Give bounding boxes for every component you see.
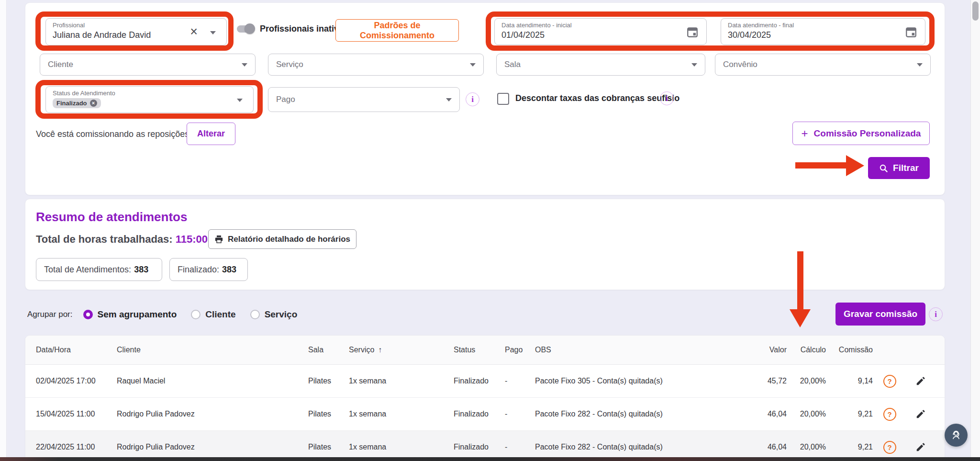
annotation-arrow-filter-head (846, 155, 864, 176)
custom-commission-button[interactable]: + Comissão Personalizada (792, 122, 930, 145)
change-button[interactable]: Alterar (187, 123, 235, 145)
clear-icon[interactable]: × (190, 25, 198, 38)
status-chip-label: Finalizado (56, 100, 87, 107)
cell-calc: 20,00% (787, 443, 826, 451)
cell-status: Finalizado (454, 443, 505, 451)
group-option-client[interactable]: Cliente (191, 309, 235, 320)
radio-icon[interactable] (191, 310, 200, 319)
annotation-arrow-calc-head (790, 309, 811, 327)
col-datetime[interactable]: Data/Hora (36, 346, 117, 354)
cell-datetime: 15/04/2025 11:00 (36, 410, 117, 418)
group-option-client-label: Cliente (205, 309, 235, 320)
edit-pencil-icon[interactable] (915, 409, 926, 419)
discount-fees-checkbox[interactable] (497, 93, 509, 105)
col-paid[interactable]: Pago (505, 346, 535, 354)
col-client[interactable]: Cliente (117, 346, 308, 354)
status-select[interactable]: Status de Atendimento Finalizado × (45, 86, 254, 113)
radio-selected-icon[interactable] (83, 310, 93, 319)
paid-info-icon[interactable]: i (466, 92, 479, 106)
cell-obs: Pacote Fixo 282 - Conta(s) quitada(s) (535, 443, 699, 451)
filter-button[interactable]: Filtrar (868, 157, 930, 179)
paid-select-label: Pago (276, 95, 446, 104)
group-option-service-label: Serviço (265, 309, 298, 320)
inactive-professionals-toggle[interactable] (237, 25, 254, 33)
group-option-service[interactable]: Serviço (250, 309, 298, 320)
discount-info-icon[interactable]: i (660, 91, 674, 105)
calendar-icon[interactable] (905, 26, 917, 38)
table-header-row: Data/Hora Cliente Sala Serviço↑ Status P… (25, 336, 945, 365)
col-service[interactable]: Serviço↑ (349, 346, 454, 354)
room-select-label: Sala (504, 60, 691, 69)
professional-combobox[interactable]: Profissional Juliana de Andrade David × (45, 18, 227, 45)
group-option-none-label: Sem agrupamento (98, 309, 177, 320)
client-select[interactable]: Cliente (40, 54, 256, 76)
scrollbar[interactable] (970, 0, 980, 461)
window-left-edge (0, 0, 7, 461)
date-start-field[interactable]: Data atendimento - inicial 01/04/2025 (494, 18, 707, 45)
agreement-select[interactable]: Convênio (715, 54, 931, 76)
scrollbar-thumb[interactable] (972, 1, 979, 21)
chevron-down-icon[interactable] (210, 31, 216, 34)
commission-help-icon[interactable]: ? (883, 375, 896, 388)
edit-pencil-icon[interactable] (915, 376, 926, 386)
col-obs[interactable]: OBS (535, 346, 699, 354)
detailed-report-button[interactable]: Relatório detalhado de horários (208, 229, 356, 249)
grouping-bar: Agrupar por: Sem agrupamento Cliente Ser… (27, 306, 305, 323)
calendar-icon[interactable] (686, 26, 699, 38)
search-icon (879, 164, 888, 173)
cell-value: 46,04 (699, 410, 787, 418)
col-calc[interactable]: Cálculo (787, 346, 826, 354)
radio-icon[interactable] (250, 310, 260, 319)
cell-paid: - (505, 410, 535, 418)
chip-remove-icon[interactable]: × (90, 100, 97, 107)
cell-service: 1x semana (349, 443, 454, 451)
chevron-down-icon (242, 63, 247, 67)
chevron-down-icon (917, 63, 923, 67)
headset-person-icon (950, 429, 962, 441)
room-select[interactable]: Sala (496, 54, 705, 76)
date-end-field[interactable]: Data atendimento - final 30/04/2025 (721, 18, 925, 45)
annotation-arrow-filter (795, 162, 847, 169)
cell-commission: 9,21 (826, 410, 873, 418)
attendances-table: Data/Hora Cliente Sala Serviço↑ Status P… (25, 335, 945, 461)
group-option-none[interactable]: Sem agrupamento (83, 309, 177, 320)
date-start-label: Data atendimento - inicial (501, 22, 572, 29)
cell-client: Rodrigo Pulia Padovez (117, 410, 308, 418)
finished-box: Finalizado: 383 (169, 258, 248, 281)
cell-room: Pilates (308, 443, 349, 451)
total-attendances-value: 383 (134, 265, 148, 275)
save-commission-button[interactable]: Gravar comissão (835, 303, 925, 326)
status-chip[interactable]: Finalizado × (53, 98, 101, 108)
chevron-down-icon (691, 63, 697, 67)
agreement-select-label: Convênio (723, 60, 917, 69)
col-room[interactable]: Sala (308, 346, 349, 354)
col-commission[interactable]: Comissão (826, 346, 873, 354)
cell-datetime: 22/04/2025 11:00 (36, 443, 117, 451)
page: Profissional Juliana de Andrade David × … (0, 0, 980, 461)
commission-help-icon[interactable]: ? (883, 441, 896, 454)
cell-room: Pilates (308, 377, 349, 385)
finished-label: Finalizado: (178, 265, 219, 275)
commission-help-icon[interactable]: ? (883, 408, 896, 421)
col-value[interactable]: Valor (699, 346, 787, 354)
cell-client: Rodrigo Pulia Padovez (117, 443, 308, 451)
service-select[interactable]: Serviço (268, 54, 484, 76)
printer-icon (214, 235, 223, 244)
filter-button-label: Filtrar (893, 163, 919, 173)
chevron-down-icon (446, 98, 452, 101)
total-hours: Total de horas trabalhadas: 115:00 (36, 233, 208, 246)
commission-patterns-button[interactable]: Padrões de Comissionamento (335, 19, 459, 42)
service-select-label: Serviço (276, 60, 470, 69)
toggle-knob (245, 23, 255, 34)
table-row: 15/04/2025 11:00 Rodrigo Pulia Padovez P… (25, 398, 945, 431)
group-by-label: Agrupar por: (27, 310, 73, 319)
cell-commission: 9,21 (826, 443, 873, 451)
edit-pencil-icon[interactable] (915, 442, 926, 452)
total-hours-value: 115:00 (176, 233, 208, 245)
table-row: 22/04/2025 11:00 Rodrigo Pulia Padovez P… (25, 431, 945, 461)
save-commission-info-icon[interactable]: i (929, 307, 943, 321)
cell-commission: 9,14 (826, 377, 873, 385)
col-status[interactable]: Status (454, 346, 505, 354)
paid-select[interactable]: Pago (268, 87, 460, 112)
support-fab-button[interactable] (945, 424, 968, 447)
